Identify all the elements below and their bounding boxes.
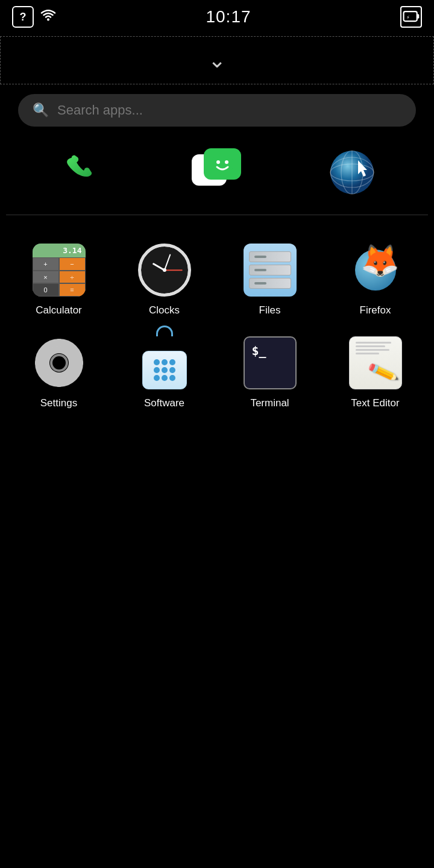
status-bar: ? 10:17 ⚡	[0, 0, 434, 34]
calculator-icon: 3.14 + − × ÷ 0 =	[33, 244, 86, 297]
svg-text:⚡: ⚡	[406, 14, 410, 20]
question-icon: ?	[12, 6, 34, 28]
clocks-icon	[138, 244, 191, 297]
firefox-label: Firefox	[360, 304, 391, 316]
app-chatbot[interactable]	[187, 142, 247, 203]
texteditor-icon-wrap: ✏️	[348, 336, 403, 390]
texteditor-icon: ✏️	[349, 336, 402, 389]
settings-icon-wrap	[32, 336, 86, 390]
pencil-icon: ✏️	[366, 356, 400, 389]
svg-point-7	[216, 160, 220, 164]
bag-dots-grid	[154, 359, 175, 381]
clock-second-hand	[165, 269, 183, 271]
bag-body	[142, 351, 187, 389]
terminal-icon: $_	[244, 336, 297, 389]
files-icon-wrap	[243, 243, 297, 297]
files-icon	[244, 244, 297, 297]
svg-point-0	[47, 19, 49, 21]
search-container: 🔍	[0, 84, 434, 136]
svg-point-6	[212, 153, 233, 175]
firefox-icon: 🦊	[349, 244, 402, 297]
clocks-icon-wrap	[137, 243, 192, 297]
app-item-calculator[interactable]: 3.14 + − × ÷ 0 = Calculator	[6, 233, 112, 326]
calculator-icon-wrap: 3.14 + − × ÷ 0 =	[32, 243, 86, 297]
calculator-label: Calculator	[36, 304, 82, 316]
svg-rect-2	[417, 14, 420, 19]
app-item-texteditor[interactable]: ✏️ Text Editor	[322, 326, 428, 419]
firefox-icon-wrap: 🦊	[348, 243, 403, 297]
app-item-files[interactable]: Files	[217, 233, 322, 326]
app-browser[interactable]	[324, 142, 384, 203]
terminal-icon-wrap: $_	[243, 336, 297, 390]
settings-gear-icon	[33, 336, 86, 389]
svg-rect-1	[404, 11, 417, 21]
clock-display: 10:17	[206, 7, 251, 27]
terminal-prompt-line: $_	[252, 344, 288, 358]
search-input[interactable]	[57, 102, 401, 118]
terminal-prompt-symbol: $_	[252, 344, 266, 358]
top-apps-row	[0, 136, 434, 215]
search-bar[interactable]: 🔍	[18, 94, 416, 127]
svg-point-8	[225, 160, 228, 164]
app-item-firefox[interactable]: 🦊 Firefox	[322, 233, 428, 326]
files-label: Files	[259, 304, 281, 316]
app-phone[interactable]	[50, 142, 110, 203]
terminal-label: Terminal	[250, 397, 289, 409]
clocks-label: Clocks	[149, 304, 180, 316]
calc-screen: 3.14	[33, 244, 86, 257]
software-label: Software	[144, 397, 184, 409]
chevron-collapse-area[interactable]: ⌄	[0, 36, 434, 84]
battery-icon: ⚡	[400, 6, 422, 28]
app-item-clocks[interactable]: Clocks	[112, 233, 217, 326]
app-item-software[interactable]: Software	[112, 326, 217, 419]
app-item-settings[interactable]: Settings	[6, 326, 112, 419]
settings-label: Settings	[40, 397, 77, 409]
chevron-down-icon: ⌄	[208, 48, 226, 73]
bag-handle	[156, 326, 173, 336]
status-left-icons: ?	[12, 6, 57, 28]
firefox-flame-icon: 🦊	[360, 245, 400, 276]
clock-center-dot	[163, 268, 166, 272]
wifi-icon	[40, 8, 57, 25]
app-item-terminal[interactable]: $_ Terminal	[217, 326, 322, 419]
app-grid: 3.14 + − × ÷ 0 = Calculator Clocks	[0, 215, 434, 437]
status-right-icons: ⚡	[400, 6, 422, 28]
search-icon: 🔍	[33, 102, 49, 118]
software-icon-wrap	[137, 336, 192, 390]
software-bag-icon	[138, 336, 191, 389]
texteditor-label: Text Editor	[351, 397, 399, 409]
